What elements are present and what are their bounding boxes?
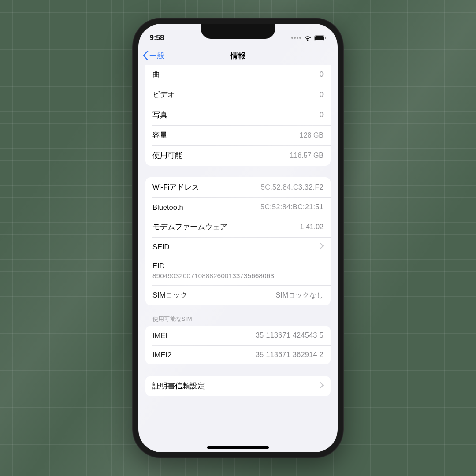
status-time: 9:58 <box>150 34 164 42</box>
display-notch <box>201 24 275 39</box>
row-wifi-address: Wi-Fiアドレス 5C:52:84:C3:32:F2 <box>145 177 331 197</box>
phone-frame: 9:58 一般 情報 <box>132 18 344 458</box>
row-label: 容量 <box>152 130 167 140</box>
page-title: 情報 <box>231 51 245 61</box>
row-imei2: IMEI2 35 113671 362914 2 <box>145 345 331 364</box>
row-label: モデムファームウェア <box>152 222 227 232</box>
row-label: 写真 <box>152 110 167 120</box>
row-value: 128 GB <box>300 131 324 139</box>
row-videos: ビデオ 0 <box>145 85 331 105</box>
row-bluetooth: Bluetooth 5C:52:84:BC:21:51 <box>145 197 331 217</box>
info-group-cert: 証明書信頼設定 <box>145 376 331 396</box>
row-value: 89049032007108882600133735668063 <box>152 272 274 280</box>
row-value: 5C:52:84:BC:21:51 <box>260 203 324 211</box>
row-label: IMEI2 <box>152 351 171 359</box>
row-value: 116.57 GB <box>290 152 324 160</box>
svg-rect-2 <box>325 37 326 39</box>
row-songs: 曲 0 <box>145 65 331 85</box>
row-value: SIMロックなし <box>276 291 324 300</box>
info-group-sim: IMEI 35 113671 424543 5 IMEI2 35 113671 … <box>145 326 331 364</box>
row-value: 35 113671 424543 5 <box>256 331 324 339</box>
row-sim-lock: SIMロック SIMロックなし <box>145 285 331 305</box>
back-label: 一般 <box>149 51 164 61</box>
info-group-storage: 曲 0 ビデオ 0 写真 0 容量 128 GB 使用可能 116.57 G <box>145 65 331 166</box>
chevron-right-icon <box>320 243 324 251</box>
info-group-network: Wi-Fiアドレス 5C:52:84:C3:32:F2 Bluetooth 5C… <box>145 177 331 305</box>
wifi-icon <box>304 35 312 41</box>
row-imei: IMEI 35 113671 424543 5 <box>145 326 331 345</box>
row-label: Bluetooth <box>152 203 183 212</box>
row-value: 35 113671 362914 2 <box>256 351 324 359</box>
section-header-sim: 使用可能なSIM <box>145 305 331 326</box>
row-label: SIMロック <box>152 290 188 300</box>
row-value: 0 <box>320 111 324 119</box>
row-label: ビデオ <box>152 90 175 100</box>
row-label: SEID <box>152 243 170 251</box>
phone-screen: 9:58 一般 情報 <box>138 24 338 452</box>
row-eid: EID 89049032007108882600133735668063 <box>145 257 331 285</box>
row-seid[interactable]: SEID <box>145 237 331 257</box>
row-label: 証明書信頼設定 <box>152 381 205 391</box>
back-button[interactable]: 一般 <box>143 51 164 61</box>
row-label: 使用可能 <box>152 151 182 160</box>
svg-rect-1 <box>315 36 324 40</box>
nav-bar: 一般 情報 <box>138 46 338 65</box>
row-label: Wi-Fiアドレス <box>152 182 199 192</box>
row-value: 1.41.02 <box>300 223 324 231</box>
row-value: 5C:52:84:C3:32:F2 <box>261 183 324 191</box>
row-capacity: 容量 128 GB <box>145 125 331 145</box>
chevron-right-icon <box>320 382 324 390</box>
row-value: 0 <box>320 91 324 99</box>
row-label: 曲 <box>152 70 160 79</box>
home-indicator[interactable] <box>207 446 269 449</box>
row-certificate-trust[interactable]: 証明書信頼設定 <box>145 376 331 396</box>
battery-icon <box>314 35 326 41</box>
row-photos: 写真 0 <box>145 105 331 125</box>
row-label: EID <box>152 262 165 270</box>
row-available: 使用可能 116.57 GB <box>145 145 331 166</box>
row-value: 0 <box>320 71 324 78</box>
chevron-left-icon <box>143 51 149 60</box>
row-modem-firmware: モデムファームウェア 1.41.02 <box>145 217 331 237</box>
settings-content: 曲 0 ビデオ 0 写真 0 容量 128 GB 使用可能 116.57 G <box>138 65 338 452</box>
row-label: IMEI <box>152 331 167 340</box>
cellular-dots-icon <box>291 37 301 39</box>
